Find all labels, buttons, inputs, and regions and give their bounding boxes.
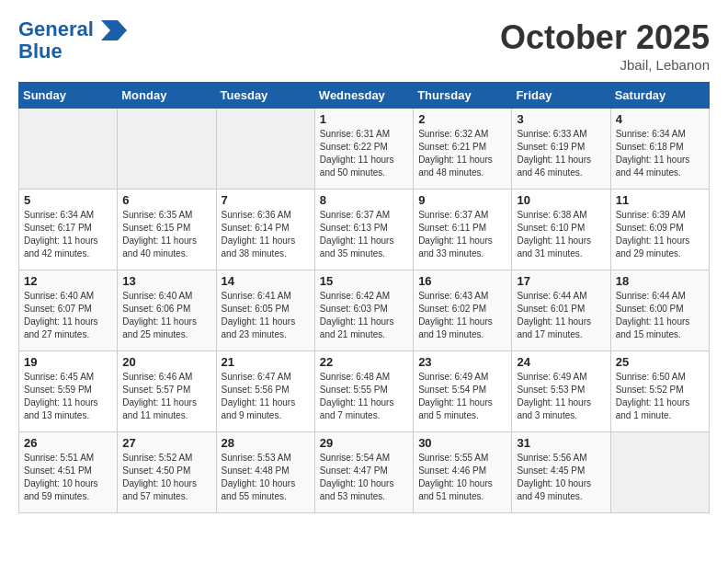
day-number: 22 bbox=[320, 355, 408, 369]
day-info: Sunrise: 6:49 AMSunset: 5:54 PMDaylight:… bbox=[418, 371, 506, 422]
calendar-cell: 2Sunrise: 6:32 AMSunset: 6:21 PMDaylight… bbox=[414, 109, 512, 190]
day-info: Sunrise: 5:51 AMSunset: 4:51 PMDaylight:… bbox=[24, 452, 112, 503]
day-number: 13 bbox=[122, 274, 210, 288]
day-number: 16 bbox=[418, 274, 506, 288]
day-info: Sunrise: 6:31 AMSunset: 6:22 PMDaylight:… bbox=[320, 128, 408, 179]
calendar-cell: 5Sunrise: 6:34 AMSunset: 6:17 PMDaylight… bbox=[19, 190, 118, 270]
calendar-cell: 17Sunrise: 6:44 AMSunset: 6:01 PMDayligh… bbox=[512, 270, 610, 351]
day-number: 8 bbox=[320, 193, 408, 207]
day-info: Sunrise: 5:55 AMSunset: 4:46 PMDaylight:… bbox=[418, 452, 506, 503]
day-number: 9 bbox=[418, 193, 506, 207]
day-info: Sunrise: 6:44 AMSunset: 6:01 PMDaylight:… bbox=[517, 290, 605, 341]
calendar-cell: 24Sunrise: 6:49 AMSunset: 5:53 PMDayligh… bbox=[512, 351, 610, 432]
calendar-body: 1Sunrise: 6:31 AMSunset: 6:22 PMDaylight… bbox=[19, 109, 710, 513]
logo-arrow-icon bbox=[101, 20, 127, 40]
calendar-cell: 31Sunrise: 5:56 AMSunset: 4:45 PMDayligh… bbox=[512, 432, 610, 513]
calendar-cell bbox=[118, 109, 216, 190]
day-info: Sunrise: 6:33 AMSunset: 6:19 PMDaylight:… bbox=[517, 128, 605, 179]
logo-blue-text: Blue bbox=[18, 40, 127, 63]
calendar-cell bbox=[19, 109, 118, 190]
calendar-cell: 10Sunrise: 6:38 AMSunset: 6:10 PMDayligh… bbox=[512, 190, 610, 270]
logo-text: General bbox=[18, 18, 127, 40]
month-title: October 2025 bbox=[500, 18, 710, 57]
calendar-cell: 19Sunrise: 6:45 AMSunset: 5:59 PMDayligh… bbox=[19, 351, 118, 432]
day-number: 26 bbox=[24, 436, 112, 450]
week-row: 5Sunrise: 6:34 AMSunset: 6:17 PMDaylight… bbox=[19, 190, 710, 270]
day-info: Sunrise: 6:43 AMSunset: 6:02 PMDaylight:… bbox=[418, 290, 506, 341]
day-info: Sunrise: 6:32 AMSunset: 6:21 PMDaylight:… bbox=[418, 128, 506, 179]
day-info: Sunrise: 5:52 AMSunset: 4:50 PMDaylight:… bbox=[122, 452, 210, 503]
day-info: Sunrise: 6:39 AMSunset: 6:09 PMDaylight:… bbox=[616, 209, 704, 260]
calendar-cell: 11Sunrise: 6:39 AMSunset: 6:09 PMDayligh… bbox=[610, 190, 709, 270]
calendar-cell: 25Sunrise: 6:50 AMSunset: 5:52 PMDayligh… bbox=[610, 351, 709, 432]
day-number: 18 bbox=[616, 274, 704, 288]
calendar-cell bbox=[610, 432, 709, 513]
calendar-cell: 3Sunrise: 6:33 AMSunset: 6:19 PMDaylight… bbox=[512, 109, 610, 190]
calendar-cell: 15Sunrise: 6:42 AMSunset: 6:03 PMDayligh… bbox=[314, 270, 413, 351]
day-info: Sunrise: 6:45 AMSunset: 5:59 PMDaylight:… bbox=[24, 371, 112, 422]
day-info: Sunrise: 6:34 AMSunset: 6:18 PMDaylight:… bbox=[616, 128, 704, 179]
calendar-cell: 13Sunrise: 6:40 AMSunset: 6:06 PMDayligh… bbox=[118, 270, 216, 351]
day-info: Sunrise: 6:49 AMSunset: 5:53 PMDaylight:… bbox=[517, 371, 605, 422]
calendar-header: SundayMondayTuesdayWednesdayThursdayFrid… bbox=[19, 83, 710, 109]
calendar-cell: 12Sunrise: 6:40 AMSunset: 6:07 PMDayligh… bbox=[19, 270, 118, 351]
calendar-cell: 7Sunrise: 6:36 AMSunset: 6:14 PMDaylight… bbox=[216, 190, 314, 270]
calendar-cell: 26Sunrise: 5:51 AMSunset: 4:51 PMDayligh… bbox=[19, 432, 118, 513]
day-info: Sunrise: 6:42 AMSunset: 6:03 PMDaylight:… bbox=[320, 290, 408, 341]
day-info: Sunrise: 6:47 AMSunset: 5:56 PMDaylight:… bbox=[222, 371, 310, 422]
day-number: 27 bbox=[122, 436, 210, 450]
calendar-cell: 8Sunrise: 6:37 AMSunset: 6:13 PMDaylight… bbox=[314, 190, 413, 270]
day-number: 14 bbox=[222, 274, 310, 288]
svg-marker-0 bbox=[101, 20, 127, 40]
day-number: 31 bbox=[517, 436, 605, 450]
location-subtitle: Jbail, Lebanon bbox=[500, 57, 710, 73]
day-number: 3 bbox=[517, 112, 605, 126]
calendar-cell: 14Sunrise: 6:41 AMSunset: 6:05 PMDayligh… bbox=[216, 270, 314, 351]
day-number: 29 bbox=[320, 436, 408, 450]
day-info: Sunrise: 5:53 AMSunset: 4:48 PMDaylight:… bbox=[222, 452, 310, 503]
day-number: 2 bbox=[418, 112, 506, 126]
header-wednesday: Wednesday bbox=[314, 83, 413, 109]
calendar-cell: 27Sunrise: 5:52 AMSunset: 4:50 PMDayligh… bbox=[118, 432, 216, 513]
header-monday: Monday bbox=[118, 83, 216, 109]
week-row: 26Sunrise: 5:51 AMSunset: 4:51 PMDayligh… bbox=[19, 432, 710, 513]
week-row: 1Sunrise: 6:31 AMSunset: 6:22 PMDaylight… bbox=[19, 109, 710, 190]
day-number: 6 bbox=[122, 193, 210, 207]
header-row: SundayMondayTuesdayWednesdayThursdayFrid… bbox=[19, 83, 710, 109]
calendar-cell: 18Sunrise: 6:44 AMSunset: 6:00 PMDayligh… bbox=[610, 270, 709, 351]
day-number: 19 bbox=[24, 355, 112, 369]
day-number: 5 bbox=[24, 193, 112, 207]
calendar-cell: 9Sunrise: 6:37 AMSunset: 6:11 PMDaylight… bbox=[414, 190, 512, 270]
title-block: October 2025 Jbail, Lebanon bbox=[500, 18, 710, 73]
day-number: 25 bbox=[616, 355, 704, 369]
calendar-cell bbox=[216, 109, 314, 190]
calendar-cell: 1Sunrise: 6:31 AMSunset: 6:22 PMDaylight… bbox=[314, 109, 413, 190]
day-info: Sunrise: 6:40 AMSunset: 6:07 PMDaylight:… bbox=[24, 290, 112, 341]
day-info: Sunrise: 6:50 AMSunset: 5:52 PMDaylight:… bbox=[616, 371, 704, 422]
day-number: 28 bbox=[222, 436, 310, 450]
day-info: Sunrise: 6:48 AMSunset: 5:55 PMDaylight:… bbox=[320, 371, 408, 422]
header-saturday: Saturday bbox=[610, 83, 709, 109]
day-info: Sunrise: 5:54 AMSunset: 4:47 PMDaylight:… bbox=[320, 452, 408, 503]
logo: General Blue bbox=[18, 18, 127, 63]
day-number: 10 bbox=[517, 193, 605, 207]
day-info: Sunrise: 6:37 AMSunset: 6:13 PMDaylight:… bbox=[320, 209, 408, 260]
calendar-cell: 16Sunrise: 6:43 AMSunset: 6:02 PMDayligh… bbox=[414, 270, 512, 351]
day-info: Sunrise: 6:44 AMSunset: 6:00 PMDaylight:… bbox=[616, 290, 704, 341]
calendar-cell: 20Sunrise: 6:46 AMSunset: 5:57 PMDayligh… bbox=[118, 351, 216, 432]
day-number: 7 bbox=[222, 193, 310, 207]
day-number: 4 bbox=[616, 112, 704, 126]
calendar-cell: 23Sunrise: 6:49 AMSunset: 5:54 PMDayligh… bbox=[414, 351, 512, 432]
calendar-cell: 21Sunrise: 6:47 AMSunset: 5:56 PMDayligh… bbox=[216, 351, 314, 432]
day-info: Sunrise: 6:36 AMSunset: 6:14 PMDaylight:… bbox=[222, 209, 310, 260]
calendar-cell: 6Sunrise: 6:35 AMSunset: 6:15 PMDaylight… bbox=[118, 190, 216, 270]
day-number: 20 bbox=[122, 355, 210, 369]
header-tuesday: Tuesday bbox=[216, 83, 314, 109]
day-info: Sunrise: 6:34 AMSunset: 6:17 PMDaylight:… bbox=[24, 209, 112, 260]
day-info: Sunrise: 6:41 AMSunset: 6:05 PMDaylight:… bbox=[222, 290, 310, 341]
header-thursday: Thursday bbox=[414, 83, 512, 109]
day-info: Sunrise: 5:56 AMSunset: 4:45 PMDaylight:… bbox=[517, 452, 605, 503]
week-row: 12Sunrise: 6:40 AMSunset: 6:07 PMDayligh… bbox=[19, 270, 710, 351]
day-number: 21 bbox=[222, 355, 310, 369]
day-info: Sunrise: 6:46 AMSunset: 5:57 PMDaylight:… bbox=[122, 371, 210, 422]
